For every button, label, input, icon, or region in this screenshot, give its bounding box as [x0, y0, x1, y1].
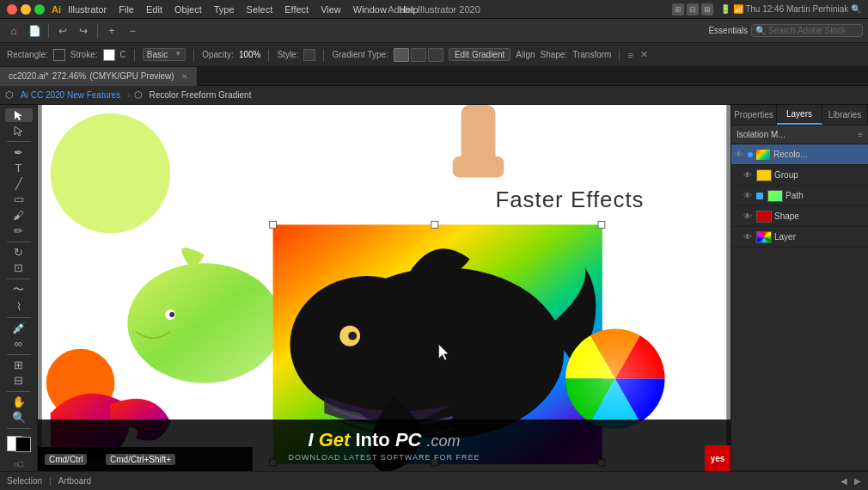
right-panel-tabs: Properties Layers Libraries: [731, 105, 868, 126]
sub-tab-recolor-label: Recolor Freeform Gradient: [150, 90, 252, 100]
layers-tab[interactable]: Layers: [777, 105, 822, 125]
tools-panel: ✒ T ╱ ▭ 🖌 ✏ ↻ ⊡ 〜 ⌇ 💉 ∞ ⊞ ⊟ ✋ 🔍 ○□ ⊕: [0, 105, 38, 490]
tool-sep-5: [7, 354, 31, 355]
menu-object[interactable]: Object: [169, 3, 207, 16]
tool-eyedropper[interactable]: 💉: [5, 321, 33, 334]
tool-hand[interactable]: ✋: [5, 395, 33, 409]
brush-style-select[interactable]: Basic ▼: [143, 48, 186, 61]
layer-visibility-icon-2[interactable]: 👁: [743, 170, 754, 181]
zoom-in-icon[interactable]: +: [103, 22, 120, 40]
tool-type[interactable]: T: [5, 161, 33, 175]
zoom-out-icon[interactable]: −: [124, 22, 141, 40]
search-icon: 🔍: [755, 26, 766, 35]
system-icon1[interactable]: ⊟: [687, 3, 699, 15]
tool-artboard[interactable]: ⊞: [5, 358, 33, 371]
sub-tab-recolor[interactable]: Recolor Freeform Gradient: [146, 89, 255, 101]
layer-thumbnail-5: [756, 231, 772, 243]
background-color[interactable]: [15, 437, 31, 452]
menu-file[interactable]: File: [113, 3, 139, 16]
app-icon: Ai: [52, 4, 61, 15]
tool-zoom[interactable]: 🔍: [5, 411, 33, 425]
gradient-type-buttons: [394, 48, 443, 62]
menu-bar[interactable]: Illustrator File Edit Object Type Select…: [63, 3, 424, 16]
sub-tab-new-features[interactable]: Ai CC 2020 New Features: [17, 89, 124, 101]
title-bar: Ai Illustrator File Edit Object Type Sel…: [0, 0, 868, 19]
tool-direct-selection[interactable]: [5, 124, 33, 138]
panel-options-icon[interactable]: ≡: [627, 50, 633, 60]
new-doc-icon[interactable]: 📄: [26, 22, 43, 40]
system-icon2[interactable]: ⊠: [701, 3, 713, 15]
undo-icon[interactable]: ↩: [54, 22, 71, 40]
selection-status: Selection: [7, 476, 42, 486]
home-icon[interactable]: ⌂: [5, 22, 22, 40]
gradient-radial-btn[interactable]: [411, 48, 426, 62]
menu-type[interactable]: Type: [209, 3, 240, 16]
options-sep-2: [193, 49, 194, 61]
menu-window[interactable]: Window: [348, 3, 392, 16]
gradient-freeform-btn[interactable]: [428, 48, 443, 62]
tool-warp[interactable]: 〜: [5, 282, 33, 297]
layer-active-indicator: [748, 152, 753, 157]
layer-item-recolor[interactable]: 👁 Recolo...: [731, 144, 868, 165]
breadcrumb-sep: ›: [127, 90, 130, 100]
arrange-icon[interactable]: ⊞: [672, 3, 684, 15]
menu-effect[interactable]: Effect: [279, 3, 314, 16]
gradient-type-label: Gradient Type:: [332, 50, 388, 59]
search-box[interactable]: 🔍 Search Adobe Stock: [751, 24, 863, 37]
layer-name-recolor: Recolo...: [773, 150, 865, 159]
next-artboard-icon[interactable]: ▶: [854, 476, 861, 486]
redo-icon[interactable]: ↪: [75, 22, 92, 40]
layer-item-2[interactable]: 👁 Group: [731, 165, 868, 186]
tool-pencil[interactable]: ✏: [5, 224, 33, 237]
tool-scale[interactable]: ⊡: [5, 260, 33, 274]
menu-edit[interactable]: Edit: [141, 3, 168, 16]
tool-pen[interactable]: ✒: [5, 145, 33, 159]
tool-normal-mode[interactable]: ○□: [5, 457, 33, 471]
close-panel-icon[interactable]: ✕: [640, 49, 648, 60]
svg-text:Faster Effects: Faster Effects: [495, 187, 644, 211]
tool-paintbrush[interactable]: 🖌: [5, 208, 33, 222]
context-icon: ⬡: [5, 89, 14, 101]
tool-colors[interactable]: [7, 436, 31, 452]
tab-close-button[interactable]: ✕: [181, 72, 188, 81]
prev-artboard-icon[interactable]: ◀: [840, 476, 847, 486]
tool-rect[interactable]: ▭: [5, 193, 33, 206]
system-icons-area: 🔋 📶 Thu 12:46 Martin Perhiniak 🔍: [720, 4, 861, 14]
tool-rotate[interactable]: ↻: [5, 245, 33, 259]
options-sep-5: [619, 49, 620, 61]
document-tab[interactable]: cc2020.ai* 272.46% (CMYK/GPU Preview) ✕: [0, 67, 198, 86]
edit-gradient-button[interactable]: Edit Gradient: [449, 48, 510, 61]
layer-item-3[interactable]: 👁 Path: [731, 186, 868, 206]
stroke-swatch[interactable]: [103, 49, 115, 61]
style-swatch[interactable]: [303, 49, 315, 61]
layers-options-icon[interactable]: ≡: [858, 130, 863, 139]
properties-tab[interactable]: Properties: [731, 105, 777, 125]
chevron-down-icon: ▼: [174, 50, 181, 58]
tool-slice[interactable]: ⊟: [5, 374, 33, 388]
title-bar-right: ⊞ ⊟ ⊠ 🔋 📶 Thu 12:46 Martin Perhiniak 🔍: [672, 3, 861, 15]
layer-item-4[interactable]: 👁 Shape: [731, 206, 868, 227]
tool-sep-7: [7, 428, 31, 429]
gradient-linear-btn[interactable]: [394, 48, 409, 62]
tab-zoom: 272.46%: [52, 71, 86, 81]
svg-point-21: [565, 329, 664, 428]
svg-rect-13: [431, 221, 438, 228]
layer-visibility-icon-4[interactable]: 👁: [743, 211, 754, 222]
tool-line[interactable]: ╱: [5, 177, 33, 191]
menu-select[interactable]: Select: [241, 3, 278, 16]
align-label: Align: [516, 50, 535, 59]
layer-visibility-icon-3[interactable]: 👁: [743, 191, 754, 201]
layer-visibility-icon[interactable]: 👁: [735, 150, 745, 160]
tool-blend[interactable]: ∞: [5, 337, 33, 351]
layer-name-3: Path: [785, 191, 865, 200]
menu-illustrator[interactable]: Illustrator: [63, 3, 112, 16]
tab-mode: (CMYK/GPU Preview): [89, 71, 174, 81]
tool-width[interactable]: ⌇: [5, 299, 33, 313]
libraries-tab[interactable]: Libraries: [822, 105, 868, 125]
menu-view[interactable]: View: [315, 3, 346, 16]
fill-swatch[interactable]: [53, 49, 65, 61]
layer-visibility-icon-5[interactable]: 👁: [743, 232, 754, 242]
tool-selection[interactable]: [5, 108, 33, 122]
layer-item-5[interactable]: 👁 Layer: [731, 227, 868, 248]
svg-rect-10: [598, 221, 605, 228]
